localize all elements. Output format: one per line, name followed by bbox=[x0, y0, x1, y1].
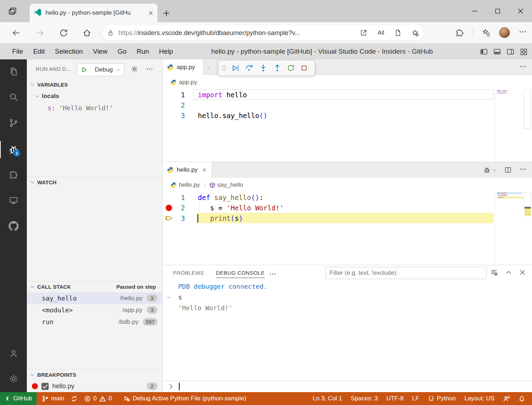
cursor-position[interactable]: Ln 3, Col 1 bbox=[309, 392, 345, 405]
refresh-button[interactable] bbox=[59, 28, 68, 38]
menu-item[interactable]: Edit bbox=[28, 46, 50, 57]
gutter-marker[interactable] bbox=[166, 194, 173, 201]
tab-close-icon[interactable] bbox=[148, 10, 154, 16]
github-icon[interactable] bbox=[0, 218, 27, 235]
remote-explorer-icon[interactable] bbox=[0, 192, 27, 209]
breakpoint-row[interactable]: hello.py 2 bbox=[27, 380, 162, 392]
lock-icon[interactable] bbox=[107, 29, 114, 36]
minimap-hello[interactable] bbox=[495, 192, 532, 265]
gutter-marker[interactable] bbox=[166, 91, 173, 98]
menu-item[interactable]: File bbox=[7, 46, 28, 57]
new-tab-button[interactable] bbox=[162, 9, 171, 18]
toggle-secondary-sidebar-icon[interactable] bbox=[506, 48, 514, 56]
code-editor-hello[interactable]: 1 def say_hello(): 2 s = 'Hello World!' … bbox=[163, 192, 532, 223]
settings-gear-icon[interactable] bbox=[0, 370, 27, 387]
debug-continue-button[interactable] bbox=[231, 64, 240, 73]
locals-scope-row[interactable]: locals bbox=[27, 91, 162, 101]
problems-indicator[interactable]: 0 0 bbox=[81, 392, 115, 405]
more-actions-icon[interactable] bbox=[519, 165, 527, 175]
menu-item[interactable]: Help bbox=[154, 46, 178, 57]
debug-step-into-button[interactable] bbox=[259, 63, 268, 73]
panel-tab[interactable]: DEBUG CONSOLE bbox=[216, 265, 265, 280]
sync-indicator[interactable] bbox=[68, 392, 81, 405]
sidebar-more-actions-icon[interactable] bbox=[146, 65, 153, 74]
clear-filter-icon[interactable] bbox=[490, 268, 498, 277]
menu-item[interactable]: Run bbox=[132, 46, 154, 57]
notifications-bell-icon[interactable] bbox=[515, 392, 528, 405]
chevron-down-icon[interactable] bbox=[116, 67, 124, 73]
toggle-sidebar-icon[interactable] bbox=[480, 48, 488, 56]
menu-item[interactable]: Go bbox=[112, 46, 131, 57]
call-stack-section-header[interactable]: CALL STACK Paused on step bbox=[27, 282, 162, 292]
console-filter-input[interactable] bbox=[326, 267, 487, 279]
search-icon[interactable] bbox=[0, 89, 27, 106]
panel-more-actions-icon[interactable] bbox=[269, 270, 277, 279]
menu-item[interactable]: View bbox=[88, 46, 113, 57]
gutter-marker[interactable] bbox=[166, 112, 173, 119]
home-button[interactable] bbox=[82, 28, 92, 38]
start-debugging-button[interactable] bbox=[77, 66, 91, 73]
debug-console-output[interactable]: → PDB debugger connected. → s → 'Hello W… bbox=[163, 281, 532, 313]
split-editor-icon[interactable] bbox=[504, 166, 512, 174]
breakpoint-checkbox[interactable] bbox=[42, 383, 49, 390]
breadcrumb-app[interactable]: app.py bbox=[171, 75, 197, 89]
remote-indicator[interactable]: GitHub bbox=[0, 392, 36, 405]
favorites-icon[interactable] bbox=[482, 28, 490, 37]
breadcrumb-hello[interactable]: hello.py say_hello bbox=[171, 178, 243, 192]
add-favorite-icon[interactable] bbox=[411, 29, 419, 37]
profile-avatar[interactable] bbox=[499, 27, 510, 38]
workspaces-icon[interactable] bbox=[8, 6, 17, 16]
tab-app-py[interactable]: app.py bbox=[163, 59, 203, 75]
source-control-icon[interactable] bbox=[0, 114, 27, 132]
extensions-icon[interactable] bbox=[456, 28, 464, 37]
watch-section-header[interactable]: WATCH bbox=[27, 177, 162, 187]
variable-row[interactable]: s: 'Hello World!' bbox=[27, 103, 183, 113]
tab-overflow-chevron-icon[interactable] bbox=[205, 59, 211, 75]
tab-hello-py[interactable]: hello.py bbox=[163, 162, 212, 178]
toggle-panel-icon[interactable] bbox=[493, 48, 501, 56]
debug-console-repl[interactable] bbox=[163, 381, 532, 392]
breakpoints-section-header[interactable]: BREAKPOINTS bbox=[27, 370, 162, 380]
toolbar-drag-handle-icon[interactable] bbox=[221, 64, 226, 72]
eol-indicator[interactable]: LF bbox=[409, 392, 423, 405]
language-mode[interactable]: Python bbox=[425, 392, 459, 405]
variables-section-header[interactable]: VARIABLES bbox=[27, 79, 162, 89]
call-stack-frame[interactable]: run /bdb.py 597 bbox=[27, 316, 162, 328]
more-actions-icon[interactable] bbox=[519, 63, 527, 72]
encoding-indicator[interactable]: UTF-8 bbox=[383, 392, 407, 405]
overview-ruler[interactable] bbox=[524, 192, 531, 207]
debug-settings-gear-icon[interactable] bbox=[131, 65, 138, 73]
minimize-button[interactable] bbox=[463, 0, 486, 22]
maximize-panel-icon[interactable] bbox=[505, 269, 512, 276]
run-or-debug-icon[interactable] bbox=[483, 166, 497, 174]
debug-step-out-button[interactable] bbox=[273, 63, 282, 73]
menu-item[interactable]: Selection bbox=[50, 46, 88, 57]
extensions-view-icon[interactable] bbox=[0, 166, 27, 184]
close-tab-icon[interactable] bbox=[201, 167, 207, 173]
open-external-icon[interactable] bbox=[360, 29, 367, 37]
debug-restart-button[interactable] bbox=[287, 64, 295, 72]
gutter-marker[interactable] bbox=[166, 215, 173, 222]
run-and-debug-icon[interactable]: 1 bbox=[0, 141, 27, 158]
page-actions-icon[interactable] bbox=[394, 29, 402, 37]
debug-step-over-button[interactable] bbox=[245, 63, 254, 73]
maximize-button[interactable] bbox=[486, 0, 509, 22]
panel-tab[interactable]: PROBLEMS bbox=[173, 265, 204, 280]
overview-ruler[interactable] bbox=[524, 89, 531, 129]
browser-tab[interactable]: hello.py - python-sample [GitHu bbox=[30, 4, 157, 22]
explorer-icon[interactable] bbox=[0, 63, 27, 80]
browser-menu-icon[interactable] bbox=[518, 28, 527, 38]
call-stack-frame[interactable]: say_hello /hello.py 3 bbox=[27, 292, 162, 304]
branch-indicator[interactable]: main bbox=[39, 392, 68, 405]
close-window-button[interactable] bbox=[509, 0, 532, 22]
code-editor-app[interactable]: 1 import hello 2 3 hello.say_hello() bbox=[163, 89, 532, 121]
gutter-marker[interactable] bbox=[166, 102, 173, 109]
accounts-icon[interactable] bbox=[0, 345, 27, 362]
debug-stop-button[interactable] bbox=[300, 64, 308, 72]
feedback-icon[interactable] bbox=[500, 392, 513, 405]
keyboard-layout[interactable]: Layout: US bbox=[461, 392, 498, 405]
minimap-app[interactable] bbox=[495, 89, 532, 162]
address-bar[interactable]: https://insiders.vscode.dev/github/dbaeu… bbox=[102, 25, 424, 41]
debug-status[interactable]: Debug Active Python File (python-sample) bbox=[120, 392, 250, 405]
customize-layout-icon[interactable] bbox=[519, 48, 528, 56]
